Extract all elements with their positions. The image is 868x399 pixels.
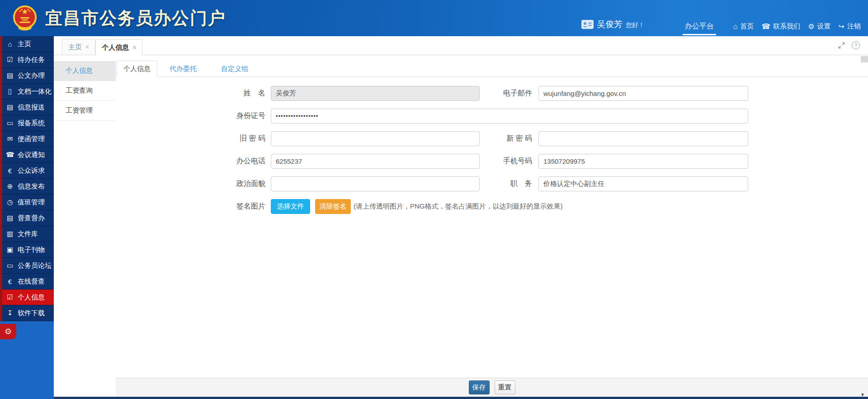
submenu-item-personal-info[interactable]: 个人信息 [54, 61, 116, 81]
nav-label: 设置 [817, 22, 831, 31]
email-field[interactable] [538, 86, 748, 101]
position-label: 职 务 [496, 179, 532, 189]
nav-settings[interactable]: ⚙ 设置 [808, 22, 830, 31]
nav-contact-us[interactable]: ☎ 联系我们 [761, 22, 800, 31]
id-number-label: 身份证号 [229, 111, 265, 121]
personal-info-form: 姓 名 电子邮件 身份证号 旧 密 码 新 密 码 办公电话 [116, 77, 868, 214]
help-icon[interactable]: ? [852, 41, 860, 49]
top-navigation: 办公平台 ⌂ 首页 ☎ 联系我们 ⚙ 设置 ↪ 注销 [677, 22, 861, 31]
sidebar-item-label: 公务员论坛 [18, 261, 52, 270]
new-password-field[interactable] [538, 131, 748, 146]
name-field [271, 86, 480, 101]
reset-button[interactable]: 重置 [495, 380, 515, 394]
form-row-name-email: 姓 名 电子邮件 [229, 86, 868, 101]
sidebar-item-info-submission[interactable]: ▤ 信息报送 [0, 100, 54, 115]
choose-file-button[interactable]: 选择文件 [271, 199, 310, 214]
file-icon: ▯ [6, 87, 14, 95]
position-field[interactable] [538, 176, 748, 191]
office-phone-field[interactable] [271, 154, 480, 169]
sidebar-item-label: 在线督查 [18, 277, 45, 286]
nav-label: 联系我们 [773, 22, 800, 31]
tab-home[interactable]: 主页 × [62, 39, 95, 55]
sidebar-item-memo-management[interactable]: ✉ 便函管理 [0, 131, 54, 147]
sidebar-item-meeting-notice[interactable]: ☎ 会议通知 [0, 147, 54, 163]
close-icon[interactable]: × [132, 44, 136, 51]
user-name[interactable]: 吴俊芳 [597, 19, 623, 30]
mobile-field[interactable] [538, 154, 748, 169]
form-row-id-number: 身份证号 [229, 109, 868, 124]
sidebar-settings-button[interactable]: ⚙ [0, 324, 16, 339]
sidebar-item-todo-tasks[interactable]: ☑ 待办任务 [0, 52, 54, 68]
old-password-label: 旧 密 码 [229, 134, 265, 143]
document-icon: ▤ [6, 103, 14, 111]
save-button[interactable]: 保存 [469, 380, 490, 394]
sidebar-item-label: 公文办理 [18, 71, 45, 80]
nav-logout[interactable]: ↪ 注销 [839, 22, 861, 31]
home-icon: ⌂ [733, 23, 738, 30]
old-password-field[interactable] [271, 131, 480, 146]
submenu-item-salary-management[interactable]: 工资管理 [54, 101, 116, 121]
globe-icon: ⊕ [6, 182, 14, 190]
sidebar-item-e-publication[interactable]: ▣ 电子刊物 [0, 242, 54, 258]
sidebar-item-supervision[interactable]: ▤ 督查督办 [0, 210, 54, 226]
sidebar-item-report-system[interactable]: ▭ 报备系统 [0, 115, 54, 131]
expand-icon[interactable] [838, 42, 845, 49]
app-header: 宜昌市公务员办公门户 吴俊芳 您好！ 办公平台 ⌂ 首页 ☎ 联系我们 ⚙ 设置 [0, 0, 868, 36]
sidebar-item-doc-integration[interactable]: ▯ 文档一体化 [0, 84, 54, 100]
sidebar-item-file-library[interactable]: ▥ 文件库 [0, 226, 54, 242]
clock-icon: ◷ [6, 198, 14, 206]
form-row-passwords: 旧 密 码 新 密 码 [229, 131, 868, 146]
tab-personal-info[interactable]: 个人信息 × [95, 39, 142, 55]
sidebar-item-label: 公众诉求 [18, 166, 45, 175]
calendar-icon: ☑ [6, 293, 14, 301]
logout-icon: ↪ [839, 23, 844, 30]
sidebar-item-label: 电子刊物 [18, 246, 45, 254]
content-tab-personal-info[interactable]: 个人信息 [117, 61, 157, 77]
id-number-field[interactable] [271, 109, 748, 124]
scrollbar-down-arrow[interactable]: ▼ [859, 392, 867, 398]
content-tab-label: 个人信息 [123, 65, 151, 73]
sidebar-item-personal-info[interactable]: ☑ 个人信息 [0, 290, 54, 305]
submenu-label: 工资查询 [66, 86, 93, 94]
close-icon[interactable]: × [85, 44, 89, 50]
sidebar-item-label: 值班管理 [18, 198, 45, 207]
sidebar-item-duty-management[interactable]: ◷ 值班管理 [0, 195, 54, 210]
form-row-signature: 签名图片 选择文件 清除签名 (请上传透明图片，PNG格式，签名占满图片，以达到… [229, 199, 868, 214]
sidebar-item-public-appeals[interactable]: € 公众诉求 [0, 163, 54, 179]
submenu-item-salary-query[interactable]: 工资查询 [54, 81, 116, 101]
sidebar-item-info-publish[interactable]: ⊕ 信息发布 [0, 179, 54, 195]
sidebar-column: ⌂ 主页 ☑ 待办任务 ▤ 公文办理 ▯ 文档一体化 ▤ 信息报送 ▭ 报备系统… [0, 36, 54, 399]
gear-icon: ⚙ [808, 23, 814, 30]
submenu-label: 工资管理 [66, 106, 93, 114]
sidebar-item-official-docs[interactable]: ▤ 公文办理 [0, 68, 54, 84]
laptop-icon: ▭ [6, 119, 14, 127]
sidebar-item-label: 待办任务 [18, 56, 45, 64]
content-area: 个人信息 工资查询 工资管理 个人信息 代办委托 自定义组 [54, 55, 868, 399]
content-tab-custom-group[interactable]: 自定义组 [209, 61, 260, 76]
content-tab-label: 代办委托 [170, 65, 197, 73]
political-status-field[interactable] [271, 176, 480, 191]
calendar-icon: ☑ [6, 56, 14, 64]
gear-icon: ⚙ [5, 327, 12, 337]
nav-label: 注销 [847, 22, 861, 31]
nav-office-platform[interactable]: 办公平台 [685, 22, 714, 31]
help-glyph: ? [854, 43, 857, 48]
nav-homepage[interactable]: ⌂ 首页 [733, 22, 754, 31]
sidebar-item-label: 督查督办 [18, 214, 45, 223]
sidebar-item-civil-servant-forum[interactable]: ▭ 公务员论坛 [0, 258, 54, 274]
sidebar-menu: ⌂ 主页 ☑ 待办任务 ▤ 公文办理 ▯ 文档一体化 ▤ 信息报送 ▭ 报备系统… [0, 36, 54, 321]
sidebar-item-home[interactable]: ⌂ 主页 [0, 36, 54, 52]
nav-label: 办公平台 [685, 22, 714, 31]
content-tab-agent-delegation[interactable]: 代办委托 [157, 61, 209, 76]
mobile-label: 手机号码 [496, 157, 532, 166]
national-emblem-logo [12, 5, 38, 33]
sidebar-item-label: 主页 [18, 40, 31, 48]
new-password-label: 新 密 码 [496, 134, 532, 143]
sidebar-item-online-supervision[interactable]: € 在线督查 [0, 274, 54, 290]
user-greeting: 您好！ [626, 19, 645, 29]
form-row-political-position: 政治面貌 职 务 [229, 176, 868, 191]
clear-signature-button[interactable]: 清除签名 [315, 199, 351, 214]
secondary-menu: 个人信息 工资查询 工资管理 [54, 55, 116, 399]
sidebar-item-software-download[interactable]: ↧ 软件下载 [0, 305, 54, 321]
user-info[interactable]: 吴俊芳 您好！ [581, 19, 645, 30]
